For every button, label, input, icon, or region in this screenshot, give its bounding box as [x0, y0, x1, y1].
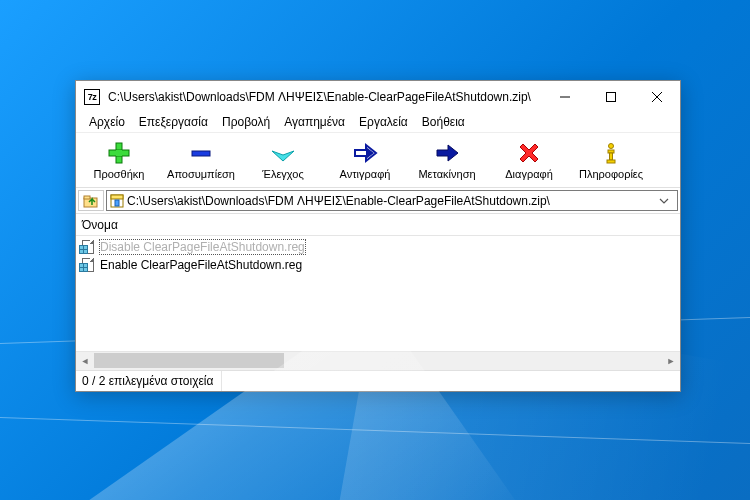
minus-icon — [189, 140, 213, 166]
scroll-track[interactable] — [94, 352, 662, 370]
file-list[interactable]: Όνομα Disable ClearPageFileAtShutdown.re… — [76, 213, 680, 370]
info-icon — [599, 140, 623, 166]
delete-label: Διαγραφή — [505, 168, 553, 180]
svg-rect-20 — [111, 195, 123, 199]
titlebar[interactable]: 7z C:\Users\akist\Downloads\FDM ΛΗΨΕΙΣ\E… — [76, 81, 680, 112]
maximize-button[interactable] — [588, 81, 634, 112]
folder-up-icon — [83, 193, 99, 209]
pathbar: C:\Users\akist\Downloads\FDM ΛΗΨΕΙΣ\Enab… — [76, 187, 680, 213]
status-selection: 0 / 2 επιλεγμένα στοιχεία — [82, 371, 222, 391]
svg-rect-1 — [607, 92, 616, 101]
scroll-left-button[interactable]: ◄ — [76, 352, 94, 370]
move-button[interactable]: Μετακίνηση — [406, 133, 488, 187]
svg-rect-18 — [84, 196, 90, 199]
test-label: Έλεγχος — [262, 168, 303, 180]
menubar: Αρχείο Επεξεργασία Προβολή Αγαπημένα Εργ… — [76, 112, 680, 132]
window-title: C:\Users\akist\Downloads\FDM ΛΗΨΕΙΣ\Enab… — [108, 90, 542, 104]
svg-rect-6 — [116, 150, 122, 156]
svg-rect-16 — [607, 160, 615, 163]
menu-tools[interactable]: Εργαλεία — [352, 114, 415, 130]
path-text: C:\Users\akist\Downloads\FDM ΛΗΨΕΙΣ\Enab… — [127, 194, 659, 208]
statusbar: 0 / 2 επιλεγμένα στοιχεία — [76, 370, 680, 391]
check-icon — [270, 140, 296, 166]
menu-edit[interactable]: Επεξεργασία — [132, 114, 215, 130]
svg-rect-21 — [115, 200, 119, 206]
toolbar: Προσθήκη Αποσυμπίεση Έλεγχος Αντιγραφή — [76, 132, 680, 187]
path-combobox[interactable]: C:\Users\akist\Downloads\FDM ΛΗΨΕΙΣ\Enab… — [106, 190, 678, 211]
x-icon — [517, 140, 541, 166]
arrow-right-solid-icon — [434, 140, 460, 166]
archive-icon — [107, 193, 127, 209]
file-row[interactable]: Enable ClearPageFileAtShutdown.reg — [76, 256, 680, 274]
file-name: Enable ClearPageFileAtShutdown.reg — [100, 258, 302, 272]
svg-marker-12 — [520, 144, 538, 162]
minimize-button[interactable] — [542, 81, 588, 112]
add-label: Προσθήκη — [94, 168, 145, 180]
svg-point-13 — [609, 144, 614, 149]
file-name: Disable ClearPageFileAtShutdown.reg — [100, 240, 305, 254]
scroll-right-button[interactable]: ► — [662, 352, 680, 370]
scroll-thumb[interactable] — [94, 353, 284, 368]
sevenzip-window: 7z C:\Users\akist\Downloads\FDM ΛΗΨΕΙΣ\E… — [75, 80, 681, 392]
add-button[interactable]: Προσθήκη — [78, 133, 160, 187]
info-label: Πληροφορίες — [579, 168, 643, 180]
svg-marker-11 — [437, 145, 458, 161]
menu-file[interactable]: Αρχείο — [82, 114, 132, 130]
reg-file-icon — [80, 257, 96, 273]
menu-help[interactable]: Βοήθεια — [415, 114, 472, 130]
file-row[interactable]: Disable ClearPageFileAtShutdown.reg — [76, 238, 680, 256]
menu-favorites[interactable]: Αγαπημένα — [277, 114, 352, 130]
desktop-wallpaper: 7z C:\Users\akist\Downloads\FDM ΛΗΨΕΙΣ\E… — [0, 0, 750, 500]
arrow-right-outline-icon — [352, 140, 378, 166]
horizontal-scrollbar[interactable]: ◄ ► — [76, 351, 680, 369]
delete-button[interactable]: Διαγραφή — [488, 133, 570, 187]
test-button[interactable]: Έλεγχος — [242, 133, 324, 187]
copy-button[interactable]: Αντιγραφή — [324, 133, 406, 187]
svg-rect-15 — [610, 153, 613, 160]
extract-label: Αποσυμπίεση — [167, 168, 235, 180]
svg-rect-7 — [192, 151, 210, 156]
menu-view[interactable]: Προβολή — [215, 114, 277, 130]
plus-icon — [107, 140, 131, 166]
chevron-down-icon[interactable] — [659, 196, 677, 206]
extract-button[interactable]: Αποσυμπίεση — [160, 133, 242, 187]
app-icon: 7z — [84, 89, 100, 105]
info-button[interactable]: Πληροφορίες — [570, 133, 652, 187]
move-label: Μετακίνηση — [418, 168, 475, 180]
copy-label: Αντιγραφή — [340, 168, 391, 180]
column-header-name[interactable]: Όνομα — [76, 214, 680, 236]
nav-up-button[interactable] — [78, 190, 104, 211]
close-button[interactable] — [634, 81, 680, 112]
svg-marker-8 — [272, 151, 294, 161]
reg-file-icon — [80, 239, 96, 255]
